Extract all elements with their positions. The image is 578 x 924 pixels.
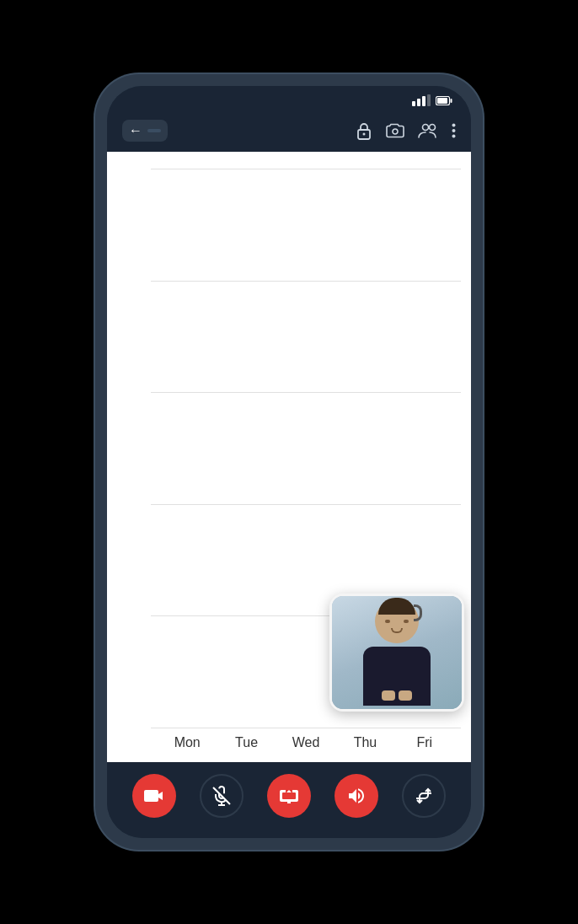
camera-icon[interactable] <box>386 123 404 138</box>
x-label-wed: Wed <box>276 735 335 750</box>
back-arrow-icon: ← <box>129 123 142 138</box>
x-axis: MonTueWedThuFri <box>151 728 461 762</box>
svg-point-10 <box>423 125 429 131</box>
headset-icon <box>414 604 422 621</box>
y-axis-label <box>107 152 151 762</box>
x-label-tue: Tue <box>217 735 276 750</box>
mic-off-icon <box>211 786 232 806</box>
person-head <box>375 599 419 643</box>
phone-screen: ← <box>107 86 471 838</box>
status-icons <box>412 94 452 106</box>
more-icon[interactable] <box>452 123 456 138</box>
switch-camera-button[interactable] <box>402 774 446 818</box>
svg-rect-2 <box>422 96 425 106</box>
battery-icon <box>436 96 452 105</box>
svg-point-13 <box>452 129 456 132</box>
back-button[interactable]: ← <box>122 120 168 142</box>
svg-point-12 <box>452 124 456 127</box>
x-label-mon: Mon <box>158 735 217 750</box>
session-time-badge <box>147 129 161 132</box>
mute-button[interactable] <box>200 774 244 818</box>
svg-rect-6 <box>437 98 447 104</box>
video-button[interactable] <box>132 774 176 818</box>
people-icon[interactable] <box>418 123 438 138</box>
svg-point-8 <box>363 133 366 136</box>
person-body <box>363 647 431 706</box>
svg-point-14 <box>452 135 456 138</box>
phone-device: ← <box>95 74 483 850</box>
switch-camera-icon <box>414 786 434 806</box>
lock-icon[interactable] <box>356 121 372 140</box>
svg-rect-19 <box>282 792 296 799</box>
svg-point-11 <box>430 125 436 131</box>
svg-rect-3 <box>427 94 431 106</box>
status-bar <box>107 86 471 113</box>
person-hair <box>378 598 415 615</box>
speaker-button[interactable] <box>334 774 378 818</box>
screen-share-button[interactable] <box>267 774 311 818</box>
app-bar: ← <box>107 113 471 152</box>
control-bar <box>107 762 471 838</box>
signal-icon <box>412 94 431 106</box>
svg-rect-0 <box>412 101 415 106</box>
x-label-fri: Fri <box>395 735 454 750</box>
volume-icon <box>346 786 367 806</box>
person-figure <box>346 599 447 709</box>
video-overlay <box>329 594 464 712</box>
screen-share-icon <box>279 786 299 806</box>
chart-area: MonTueWedThuFri <box>107 152 471 762</box>
video-icon <box>144 786 164 806</box>
svg-rect-5 <box>451 99 452 103</box>
svg-rect-1 <box>417 99 420 106</box>
x-label-thu: Thu <box>335 735 394 750</box>
svg-point-9 <box>393 129 398 134</box>
video-person <box>332 596 462 709</box>
